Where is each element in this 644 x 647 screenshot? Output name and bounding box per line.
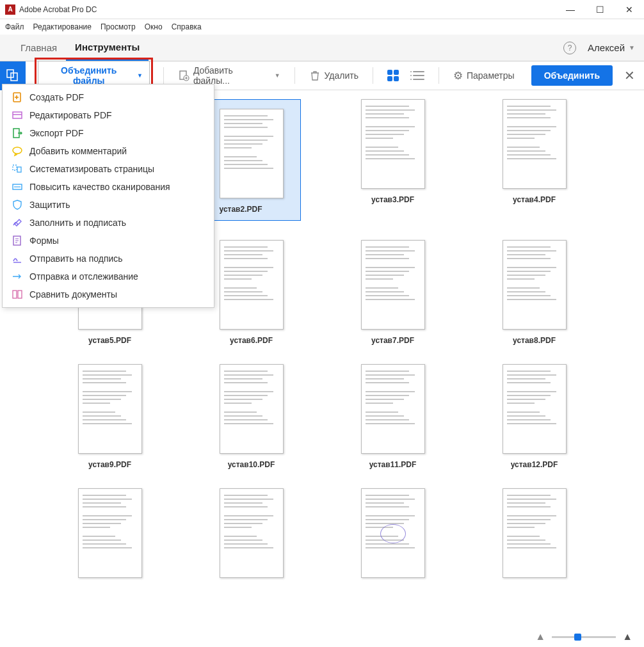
dd-send-track[interactable]: Отправка и отслеживание	[3, 268, 214, 285]
list-icon	[413, 70, 424, 81]
combine-button[interactable]: Объединить	[531, 65, 613, 86]
dd-fill-sign[interactable]: Заполнить и подписать	[3, 214, 214, 232]
file-item[interactable]: устав3.PDF	[332, 99, 454, 221]
trash-icon	[309, 70, 321, 81]
menu-file[interactable]: Файл	[5, 22, 24, 31]
file-label: устав4.PDF	[513, 195, 556, 204]
separator	[163, 67, 164, 84]
file-label: устав5.PDF	[88, 336, 131, 345]
chevron-down-icon: ▼	[137, 72, 143, 79]
file-item[interactable]: устав10.PDF	[190, 364, 312, 469]
svg-rect-0	[7, 70, 13, 77]
dd-compare[interactable]: Сравнить документы	[3, 285, 214, 303]
send-sign-icon	[12, 253, 23, 264]
file-item[interactable]: устав9.PDF	[49, 364, 171, 469]
file-thumbnail	[220, 364, 284, 454]
dd-organize-pages[interactable]: Систематизировать страницы	[3, 160, 214, 178]
file-label: устав8.PDF	[513, 336, 556, 345]
dd-edit-pdf[interactable]: Редактировать PDF	[3, 106, 214, 124]
add-files-button[interactable]: Добавить файлы... ▼	[174, 65, 284, 86]
organize-icon	[12, 163, 23, 175]
file-item[interactable]	[473, 488, 595, 584]
menu-edit[interactable]: Редактирование	[33, 22, 92, 31]
dd-export-pdf[interactable]: Экспорт PDF	[3, 124, 214, 142]
file-thumbnail	[361, 364, 425, 454]
file-thumbnail	[361, 240, 425, 330]
help-icon[interactable]: ?	[563, 42, 576, 54]
close-button[interactable]: ✕	[615, 0, 644, 19]
file-item[interactable]: устав7.PDF	[332, 240, 454, 345]
view-grid-button[interactable]	[383, 70, 403, 81]
zoom-out-icon[interactable]: ▲	[535, 631, 545, 643]
chevron-down-icon: ▼	[275, 72, 280, 79]
file-label: устав11.PDF	[369, 460, 417, 469]
file-label: устав2.PDF	[220, 205, 262, 214]
export-pdf-icon	[12, 127, 23, 139]
menu-window[interactable]: Окно	[145, 22, 163, 31]
sign-icon	[12, 217, 23, 228]
tools-dropdown: Создать PDF Редактировать PDF Экспорт PD…	[2, 84, 214, 308]
file-thumbnail	[503, 99, 567, 189]
file-label: устав12.PDF	[511, 460, 558, 469]
forms-icon	[12, 235, 23, 246]
separator	[439, 67, 439, 84]
view-list-button[interactable]	[409, 70, 428, 81]
separator	[294, 67, 295, 84]
file-item[interactable]	[49, 488, 171, 584]
edit-pdf-icon	[12, 109, 23, 121]
file-item[interactable]: устав12.PDF	[473, 364, 595, 469]
file-item[interactable]	[190, 488, 312, 584]
file-thumbnail	[78, 488, 142, 578]
delete-label: Удалить	[325, 70, 358, 81]
create-pdf-icon	[12, 92, 23, 103]
zoom-in-icon[interactable]: ▲	[622, 631, 632, 643]
dd-comment[interactable]: Добавить комментарий	[3, 142, 214, 160]
svg-rect-13	[18, 291, 22, 298]
dd-protect[interactable]: Защитить	[3, 196, 214, 214]
delete-button[interactable]: Удалить	[305, 70, 362, 81]
svg-rect-1	[11, 73, 17, 81]
options-label: Параметры	[467, 70, 515, 81]
file-thumbnail	[503, 240, 567, 330]
close-panel-button[interactable]: ✕	[624, 68, 635, 83]
add-files-label: Добавить файлы...	[193, 65, 271, 86]
menu-help[interactable]: Справка	[172, 22, 202, 31]
grid-icon	[387, 70, 399, 81]
dd-create-pdf[interactable]: Создать PDF	[3, 88, 214, 106]
file-item[interactable]: устав8.PDF	[473, 240, 595, 345]
file-thumbnail	[361, 488, 425, 578]
file-thumbnail	[503, 488, 567, 578]
zoom-bar: ▲ ▲	[0, 629, 644, 644]
minimize-button[interactable]: —	[556, 0, 585, 19]
comment-icon	[12, 145, 23, 157]
file-label: устав6.PDF	[230, 336, 273, 345]
maximize-button[interactable]: ☐	[585, 0, 615, 19]
combine-files-label: Объединить файлы	[45, 65, 134, 86]
file-thumbnail	[220, 488, 284, 578]
file-thumbnail	[361, 99, 425, 189]
dd-enhance-scan[interactable]: Повысить качество сканирования	[3, 178, 214, 196]
file-item[interactable]: устав4.PDF	[473, 99, 595, 221]
svg-rect-8	[13, 165, 17, 170]
options-button[interactable]: ⚙ Параметры	[449, 69, 519, 83]
app-icon: A	[5, 4, 15, 15]
chevron-down-icon: ▼	[629, 44, 635, 51]
user-menu[interactable]: Алексей	[588, 42, 625, 53]
menubar: Файл Редактирование Просмотр Окно Справк…	[0, 19, 644, 35]
dd-send-sign[interactable]: Отправить на подпись	[3, 250, 214, 268]
file-item[interactable]	[332, 488, 454, 584]
file-thumbnail	[503, 364, 567, 454]
file-label: устав10.PDF	[228, 460, 275, 469]
zoom-handle[interactable]	[574, 634, 581, 641]
file-item[interactable]: устав11.PDF	[332, 364, 454, 469]
dd-forms[interactable]: Формы	[3, 232, 214, 250]
file-thumbnail	[220, 240, 284, 330]
zoom-slider[interactable]	[552, 636, 616, 638]
menu-view[interactable]: Просмотр	[101, 22, 136, 31]
file-thumbnail	[220, 109, 284, 198]
separator	[373, 67, 373, 84]
file-label: устав9.PDF	[88, 460, 131, 469]
send-track-icon	[12, 271, 23, 282]
scan-icon	[12, 181, 23, 193]
compare-icon	[12, 289, 23, 300]
